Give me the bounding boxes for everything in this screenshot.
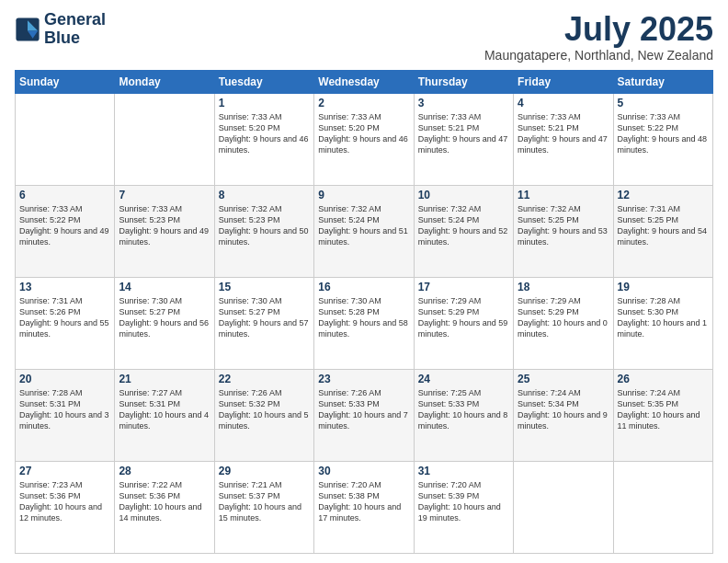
calendar-cell: 29Sunrise: 7:21 AMSunset: 5:37 PMDayligh… <box>214 461 313 553</box>
calendar-cell: 3Sunrise: 7:33 AMSunset: 5:21 PMDaylight… <box>414 93 513 185</box>
calendar-cell: 2Sunrise: 7:33 AMSunset: 5:20 PMDaylight… <box>314 93 414 185</box>
col-sunday: Sunday <box>16 70 115 93</box>
day-detail: Sunrise: 7:33 AMSunset: 5:22 PMDaylight:… <box>19 203 110 248</box>
day-detail: Sunrise: 7:25 AMSunset: 5:33 PMDaylight:… <box>418 387 509 432</box>
day-detail: Sunrise: 7:28 AMSunset: 5:30 PMDaylight:… <box>618 295 709 340</box>
day-detail: Sunrise: 7:31 AMSunset: 5:25 PMDaylight:… <box>618 203 709 248</box>
calendar-cell: 5Sunrise: 7:33 AMSunset: 5:22 PMDaylight… <box>613 93 712 185</box>
calendar-week-1: 6Sunrise: 7:33 AMSunset: 5:22 PMDaylight… <box>16 185 713 277</box>
subtitle: Maungatapere, Northland, New Zealand <box>484 48 713 63</box>
day-number: 20 <box>19 373 110 385</box>
day-number: 17 <box>418 281 509 293</box>
calendar-cell: 16Sunrise: 7:30 AMSunset: 5:28 PMDayligh… <box>314 277 414 369</box>
day-number: 19 <box>618 281 709 293</box>
day-detail: Sunrise: 7:33 AMSunset: 5:21 PMDaylight:… <box>518 111 609 156</box>
col-saturday: Saturday <box>613 70 712 93</box>
calendar-table: Sunday Monday Tuesday Wednesday Thursday… <box>15 70 713 554</box>
day-number: 26 <box>618 373 709 385</box>
day-detail: Sunrise: 7:33 AMSunset: 5:23 PMDaylight:… <box>119 203 210 248</box>
col-thursday: Thursday <box>414 70 513 93</box>
calendar-cell: 1Sunrise: 7:33 AMSunset: 5:20 PMDaylight… <box>214 93 313 185</box>
col-wednesday: Wednesday <box>314 70 414 93</box>
calendar-cell <box>514 461 613 553</box>
calendar-cell: 9Sunrise: 7:32 AMSunset: 5:24 PMDaylight… <box>314 185 414 277</box>
calendar-cell: 21Sunrise: 7:27 AMSunset: 5:31 PMDayligh… <box>115 369 214 461</box>
day-detail: Sunrise: 7:33 AMSunset: 5:20 PMDaylight:… <box>219 111 310 156</box>
calendar-cell: 25Sunrise: 7:24 AMSunset: 5:34 PMDayligh… <box>514 369 613 461</box>
calendar-cell: 20Sunrise: 7:28 AMSunset: 5:31 PMDayligh… <box>16 369 115 461</box>
day-number: 14 <box>119 281 210 293</box>
day-number: 18 <box>518 281 609 293</box>
calendar-cell: 10Sunrise: 7:32 AMSunset: 5:24 PMDayligh… <box>414 185 513 277</box>
day-detail: Sunrise: 7:20 AMSunset: 5:39 PMDaylight:… <box>418 479 509 524</box>
day-detail: Sunrise: 7:23 AMSunset: 5:36 PMDaylight:… <box>19 479 110 524</box>
title-block: July 2025 Maungatapere, Northland, New Z… <box>484 11 713 63</box>
calendar-cell <box>613 461 712 553</box>
col-monday: Monday <box>115 70 214 93</box>
day-number: 23 <box>318 373 409 385</box>
day-detail: Sunrise: 7:29 AMSunset: 5:29 PMDaylight:… <box>518 295 609 340</box>
day-detail: Sunrise: 7:28 AMSunset: 5:31 PMDaylight:… <box>19 387 110 432</box>
logo-line1: General <box>44 11 106 29</box>
day-detail: Sunrise: 7:24 AMSunset: 5:35 PMDaylight:… <box>618 387 709 432</box>
logo: General Blue <box>15 11 106 48</box>
calendar-cell: 28Sunrise: 7:22 AMSunset: 5:36 PMDayligh… <box>115 461 214 553</box>
logo-text: General Blue <box>44 11 106 48</box>
calendar-week-3: 20Sunrise: 7:28 AMSunset: 5:31 PMDayligh… <box>16 369 713 461</box>
calendar-cell: 23Sunrise: 7:26 AMSunset: 5:33 PMDayligh… <box>314 369 414 461</box>
calendar-cell: 13Sunrise: 7:31 AMSunset: 5:26 PMDayligh… <box>16 277 115 369</box>
calendar-cell: 31Sunrise: 7:20 AMSunset: 5:39 PMDayligh… <box>414 461 513 553</box>
day-number: 1 <box>219 97 310 109</box>
day-detail: Sunrise: 7:20 AMSunset: 5:38 PMDaylight:… <box>318 479 409 524</box>
calendar-cell: 15Sunrise: 7:30 AMSunset: 5:27 PMDayligh… <box>214 277 313 369</box>
day-detail: Sunrise: 7:33 AMSunset: 5:22 PMDaylight:… <box>618 111 709 156</box>
logo-icon <box>15 17 40 42</box>
day-number: 2 <box>318 97 409 109</box>
calendar-cell <box>115 93 214 185</box>
day-detail: Sunrise: 7:21 AMSunset: 5:37 PMDaylight:… <box>219 479 310 524</box>
calendar-cell: 30Sunrise: 7:20 AMSunset: 5:38 PMDayligh… <box>314 461 414 553</box>
day-number: 8 <box>219 189 310 201</box>
calendar-cell: 6Sunrise: 7:33 AMSunset: 5:22 PMDaylight… <box>16 185 115 277</box>
day-detail: Sunrise: 7:30 AMSunset: 5:27 PMDaylight:… <box>119 295 210 340</box>
day-number: 21 <box>119 373 210 385</box>
calendar-week-4: 27Sunrise: 7:23 AMSunset: 5:36 PMDayligh… <box>16 461 713 553</box>
calendar-cell: 4Sunrise: 7:33 AMSunset: 5:21 PMDaylight… <box>514 93 613 185</box>
day-detail: Sunrise: 7:31 AMSunset: 5:26 PMDaylight:… <box>19 295 110 340</box>
day-detail: Sunrise: 7:27 AMSunset: 5:31 PMDaylight:… <box>119 387 210 432</box>
day-number: 30 <box>318 465 409 477</box>
calendar-week-2: 13Sunrise: 7:31 AMSunset: 5:26 PMDayligh… <box>16 277 713 369</box>
calendar-week-0: 1Sunrise: 7:33 AMSunset: 5:20 PMDaylight… <box>16 93 713 185</box>
calendar-cell: 18Sunrise: 7:29 AMSunset: 5:29 PMDayligh… <box>514 277 613 369</box>
day-number: 25 <box>518 373 609 385</box>
day-number: 5 <box>618 97 709 109</box>
calendar-cell: 8Sunrise: 7:32 AMSunset: 5:23 PMDaylight… <box>214 185 313 277</box>
day-detail: Sunrise: 7:32 AMSunset: 5:24 PMDaylight:… <box>418 203 509 248</box>
calendar-cell: 17Sunrise: 7:29 AMSunset: 5:29 PMDayligh… <box>414 277 513 369</box>
day-detail: Sunrise: 7:32 AMSunset: 5:24 PMDaylight:… <box>318 203 409 248</box>
day-detail: Sunrise: 7:26 AMSunset: 5:33 PMDaylight:… <box>318 387 409 432</box>
day-number: 22 <box>219 373 310 385</box>
calendar-header-row: Sunday Monday Tuesday Wednesday Thursday… <box>16 70 713 93</box>
calendar-cell: 12Sunrise: 7:31 AMSunset: 5:25 PMDayligh… <box>613 185 712 277</box>
day-number: 31 <box>418 465 509 477</box>
day-detail: Sunrise: 7:32 AMSunset: 5:23 PMDaylight:… <box>219 203 310 248</box>
day-detail: Sunrise: 7:29 AMSunset: 5:29 PMDaylight:… <box>418 295 509 340</box>
day-number: 24 <box>418 373 509 385</box>
day-number: 13 <box>19 281 110 293</box>
day-number: 28 <box>119 465 210 477</box>
day-detail: Sunrise: 7:30 AMSunset: 5:27 PMDaylight:… <box>219 295 310 340</box>
day-detail: Sunrise: 7:33 AMSunset: 5:21 PMDaylight:… <box>418 111 509 156</box>
day-detail: Sunrise: 7:22 AMSunset: 5:36 PMDaylight:… <box>119 479 210 524</box>
calendar-cell: 22Sunrise: 7:26 AMSunset: 5:32 PMDayligh… <box>214 369 313 461</box>
calendar-cell: 11Sunrise: 7:32 AMSunset: 5:25 PMDayligh… <box>514 185 613 277</box>
day-number: 27 <box>19 465 110 477</box>
calendar-cell: 14Sunrise: 7:30 AMSunset: 5:27 PMDayligh… <box>115 277 214 369</box>
page: General Blue July 2025 Maungatapere, Nor… <box>0 0 728 563</box>
day-number: 6 <box>19 189 110 201</box>
day-number: 10 <box>418 189 509 201</box>
day-number: 9 <box>318 189 409 201</box>
col-friday: Friday <box>514 70 613 93</box>
month-title: July 2025 <box>484 11 713 48</box>
day-detail: Sunrise: 7:26 AMSunset: 5:32 PMDaylight:… <box>219 387 310 432</box>
